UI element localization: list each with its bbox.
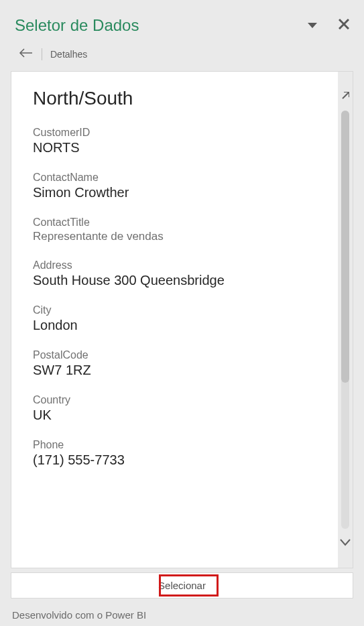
field-country: Country UK <box>33 394 316 423</box>
field-value: UK <box>33 408 316 423</box>
field-postalcode: PostalCode SW7 1RZ <box>33 349 316 378</box>
details-card: North/South CustomerID NORTS ContactName… <box>11 71 353 568</box>
field-label: Country <box>33 394 316 406</box>
breadcrumb-label: Detalhes <box>50 49 87 60</box>
field-contacttitle: ContactTitle Representante de vendas <box>33 216 316 243</box>
field-value: (171) 555-7733 <box>33 452 316 468</box>
field-label: PostalCode <box>33 349 316 361</box>
field-value: South House 300 Queensbridge <box>33 273 316 288</box>
field-phone: Phone (171) 555-7733 <box>33 439 316 468</box>
field-value: NORTS <box>33 140 316 155</box>
panel-title: Seletor de Dados <box>15 16 139 35</box>
field-customerid: CustomerID NORTS <box>33 127 316 155</box>
scrollbar[interactable] <box>341 111 349 529</box>
footer-text: Desenvolvido com o Power BI <box>0 603 364 626</box>
scrollbar-thumb[interactable] <box>341 111 349 383</box>
page-title: North/South <box>33 88 316 109</box>
field-label: Phone <box>33 439 316 451</box>
side-controls <box>338 72 353 568</box>
field-label: ContactName <box>33 172 316 184</box>
back-arrow-icon[interactable] <box>19 48 34 60</box>
field-label: CustomerID <box>33 127 316 139</box>
field-label: ContactTitle <box>33 216 316 229</box>
select-button-label: Selecionar <box>158 580 206 591</box>
select-button[interactable]: Selecionar <box>11 572 353 599</box>
field-value: Simon Crowther <box>33 185 316 200</box>
field-address: Address South House 300 Queensbridge <box>33 259 316 288</box>
details-content: North/South CustomerID NORTS ContactName… <box>11 72 338 568</box>
chevron-down-icon[interactable] <box>308 19 317 32</box>
field-contactname: ContactName Simon Crowther <box>33 172 316 200</box>
svg-line-4 <box>343 92 349 99</box>
field-label: City <box>33 304 316 316</box>
expand-icon[interactable] <box>341 90 349 103</box>
panel-header: Seletor de Dados <box>0 0 364 43</box>
breadcrumb-divider <box>42 48 42 60</box>
field-value: SW7 1RZ <box>33 363 316 378</box>
svg-marker-0 <box>308 23 317 28</box>
close-icon[interactable] <box>339 19 349 32</box>
field-value: London <box>33 318 316 333</box>
breadcrumb: Detalhes <box>0 43 364 71</box>
chevron-down-icon[interactable] <box>340 537 351 549</box>
field-city: City London <box>33 304 316 333</box>
field-value: Representante de vendas <box>33 230 316 243</box>
field-label: Address <box>33 259 316 271</box>
